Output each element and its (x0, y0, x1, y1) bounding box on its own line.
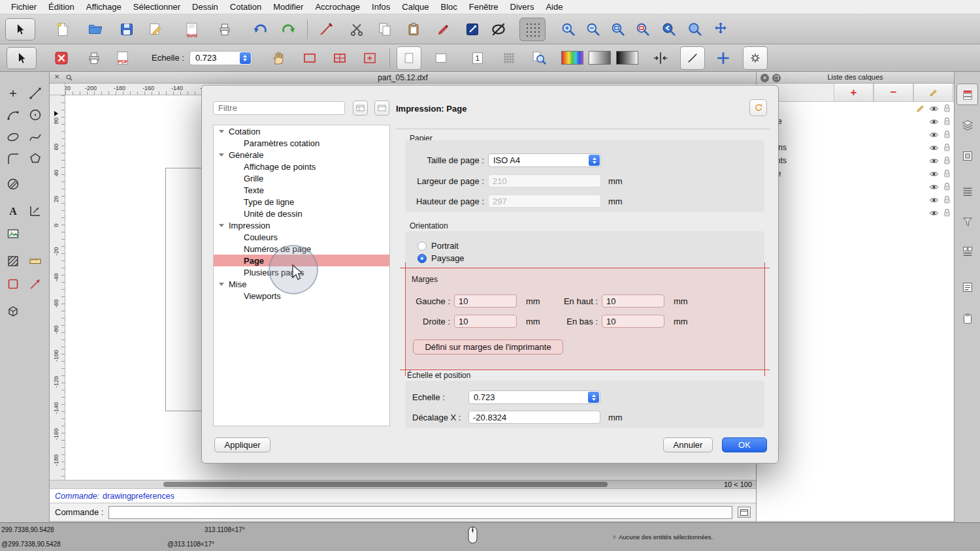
tree-item-parametres-cotation[interactable]: Paramètres cotation (214, 137, 389, 149)
layer-row[interactable]: entre (757, 128, 954, 141)
command-panel-button[interactable] (738, 507, 751, 518)
pan-hand-button[interactable] (268, 46, 289, 70)
lock-icon[interactable] (943, 169, 951, 178)
undo-button[interactable] (251, 18, 272, 41)
menu-fichier[interactable]: Fichier (5, 2, 42, 12)
copy-button[interactable] (374, 18, 395, 41)
menu-cotation[interactable]: Cotation (224, 2, 267, 12)
redo-button[interactable] (277, 18, 298, 41)
selection-mode-button[interactable] (462, 18, 483, 41)
cut-button[interactable] (347, 18, 368, 41)
print-preview-button[interactable] (214, 18, 235, 41)
paper-frame-button[interactable] (299, 46, 320, 70)
lock-icon[interactable] (943, 117, 951, 126)
needle-tool-button[interactable] (316, 18, 336, 41)
lock-icon[interactable] (943, 104, 951, 113)
paysage-radio-row[interactable]: Paysage (417, 253, 465, 263)
expand-all-button[interactable] (353, 101, 368, 116)
zoom-window-button[interactable] (684, 18, 705, 41)
lock-icon[interactable] (943, 143, 951, 152)
tree-item-texte[interactable]: Texte (214, 184, 389, 196)
zoom-in-button[interactable] (557, 18, 578, 41)
layer-row[interactable]: otations (757, 141, 954, 154)
tree-item-grille[interactable]: Grille (214, 172, 389, 184)
layer-row[interactable]: tre (757, 193, 954, 206)
eye-icon[interactable] (929, 117, 939, 127)
margin-left-input[interactable] (454, 294, 517, 307)
filter-input[interactable] (213, 101, 345, 115)
tree-item-generale[interactable]: Générale (214, 149, 389, 161)
eye-icon[interactable] (929, 143, 939, 153)
close-drawing-button[interactable] (51, 46, 72, 70)
block-list-panel-button[interactable] (956, 145, 978, 166)
paper-grid-button[interactable] (329, 46, 350, 70)
crosshair-button[interactable] (713, 46, 734, 70)
menu-divers[interactable]: Divers (504, 2, 540, 12)
margin-bottom-input[interactable] (602, 315, 664, 328)
eye-icon[interactable] (929, 208, 939, 218)
menu-edition[interactable]: Édition (42, 2, 80, 12)
scrollbar-thumb[interactable] (163, 482, 608, 487)
viewport-button-1[interactable] (397, 46, 421, 70)
pan-button[interactable] (710, 18, 731, 41)
layer-row[interactable]: visible (757, 167, 954, 180)
menu-infos[interactable]: Infos (366, 2, 396, 12)
lock-icon[interactable] (943, 195, 951, 204)
settings-button[interactable] (743, 46, 768, 70)
fillet-tool-button[interactable] (3, 149, 23, 168)
tree-item-type-ligne[interactable]: Type de ligne (214, 196, 389, 208)
eye-icon[interactable] (929, 182, 939, 192)
diameter-button[interactable] (488, 18, 509, 41)
zoom-auto-button[interactable] (607, 18, 628, 41)
line-tool-button[interactable] (25, 84, 45, 103)
marker-button[interactable] (433, 18, 454, 41)
circle-tool-button[interactable] (25, 105, 45, 125)
tree-item-impression[interactable]: Impression (214, 219, 389, 231)
menu-affichage[interactable]: Affichage (80, 2, 127, 12)
tree-item-couleurs[interactable]: Couleurs (214, 231, 389, 243)
reset-button[interactable] (749, 99, 767, 116)
spline-tool-button[interactable] (25, 127, 45, 147)
dimension-tool-button[interactable] (25, 201, 45, 221)
hatch-tool-button[interactable] (3, 251, 23, 271)
menu-fenetre[interactable]: Fenêtre (463, 2, 504, 12)
edit-drawing-button[interactable] (145, 18, 166, 41)
paysage-radio[interactable] (417, 254, 427, 263)
menu-modifier[interactable]: Modifier (267, 2, 309, 12)
panel-close-icon[interactable]: ✕ (760, 74, 769, 82)
dialog-scale-combobox[interactable]: 0.723 (468, 390, 600, 404)
scale-combobox[interactable]: 0.723 (189, 51, 252, 65)
lock-icon[interactable] (943, 182, 951, 191)
modify-tool-button[interactable] (25, 274, 45, 294)
menu-accrochage[interactable]: Accrochage (309, 2, 366, 12)
lock-icon[interactable] (943, 208, 951, 217)
menu-dessin[interactable]: Dessin (186, 2, 224, 12)
layer-row[interactable]: ordure (757, 115, 954, 128)
printer-margins-button[interactable]: Défini sur marges de l'imprimante (413, 339, 563, 354)
library-browser-panel-button[interactable] (956, 240, 978, 262)
fit-line-button[interactable] (650, 46, 671, 70)
remove-layer-button[interactable]: − (874, 84, 913, 101)
page-number-button[interactable]: 1 (467, 46, 488, 70)
clipboard-panel-button[interactable] (956, 307, 978, 329)
background-picker-button[interactable] (616, 46, 638, 70)
ellipse-tool-button[interactable] (3, 127, 23, 147)
point-tool-button[interactable] (3, 84, 23, 103)
portrait-radio[interactable] (417, 242, 427, 251)
lock-icon[interactable] (943, 130, 951, 139)
box3d-tool-button[interactable] (3, 302, 23, 321)
zoom-out-button[interactable] (582, 18, 603, 41)
selection-tool-button[interactable] (5, 18, 35, 40)
arc-tool-button[interactable] (3, 105, 23, 125)
selection-filter-panel-button[interactable] (956, 211, 978, 232)
layer-row[interactable]: sible (757, 206, 954, 219)
layer-list-panel-button[interactable] (956, 114, 978, 136)
menu-bloc[interactable]: Bloc (434, 2, 463, 12)
hatch-circle-tool-button[interactable] (3, 174, 23, 194)
command-input[interactable] (108, 506, 732, 519)
command-line-panel-button[interactable] (956, 276, 978, 298)
menu-aide[interactable]: Aide (540, 2, 568, 12)
eye-icon[interactable] (929, 130, 939, 140)
grid-toggle-button[interactable] (519, 18, 546, 41)
menu-calque[interactable]: Calque (396, 2, 434, 12)
